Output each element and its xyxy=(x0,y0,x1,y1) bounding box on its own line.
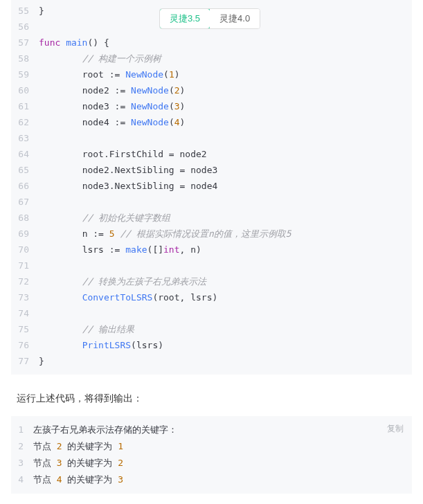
output-content: 节点 3 的关键字为 2 xyxy=(33,455,412,471)
tab-lingjie-3-5[interactable]: 灵捷3.5 xyxy=(159,8,210,29)
code-content: node2 := NewNode(2) xyxy=(39,82,412,98)
code-content: node2.NextSibling = node3 xyxy=(39,162,412,178)
output-line-number: 2 xyxy=(11,438,33,455)
output-content: 左孩子右兄弟表示法存储的关键字： xyxy=(33,422,412,438)
code-line: 65 node2.NextSibling = node3 xyxy=(11,162,412,178)
code-content: root.FirstChild = node2 xyxy=(39,146,412,162)
output-line: 1左孩子右兄弟表示法存储的关键字： xyxy=(11,422,412,438)
code-block: 55}56 57func main() {58 // 构建一个示例树59 roo… xyxy=(11,0,412,375)
line-number: 72 xyxy=(11,273,39,289)
code-content: root := NewNode(1) xyxy=(39,66,412,82)
code-content xyxy=(39,305,412,321)
line-number: 66 xyxy=(11,178,39,194)
code-line: 72 // 转换为左孩子右兄弟表示法 xyxy=(11,273,412,289)
code-line: 67 xyxy=(11,194,412,210)
line-number: 57 xyxy=(11,35,39,51)
line-number: 68 xyxy=(11,210,39,226)
line-number: 76 xyxy=(11,337,39,353)
line-number: 62 xyxy=(11,114,39,130)
code-line: 64 root.FirstChild = node2 xyxy=(11,146,412,162)
output-line: 4节点 4 的关键字为 3 xyxy=(11,471,412,488)
code-line: 68 // 初始化关键字数组 xyxy=(11,210,412,226)
code-line: 61 node3 := NewNode(3) xyxy=(11,98,412,114)
narrative-text: 运行上述代码，将得到输出： xyxy=(0,387,423,416)
code-line: 66 node3.NextSibling = node4 xyxy=(11,178,412,194)
line-number: 60 xyxy=(11,82,39,98)
code-line: 59 root := NewNode(1) xyxy=(11,66,412,82)
line-number: 58 xyxy=(11,51,39,66)
code-line: 73 ConvertToLSRS(root, lsrs) xyxy=(11,289,412,305)
line-number: 70 xyxy=(11,242,39,258)
output-content: 节点 2 的关键字为 1 xyxy=(33,438,412,455)
output-line-number: 1 xyxy=(11,422,33,438)
output-line: 3节点 3 的关键字为 2 xyxy=(11,455,412,471)
line-number: 74 xyxy=(11,305,39,321)
line-number: 61 xyxy=(11,98,39,114)
code-line: 74 xyxy=(11,305,412,321)
line-number: 75 xyxy=(11,321,39,337)
code-content: node3 := NewNode(3) xyxy=(39,98,412,114)
tab-lingjie-4-0[interactable]: 灵捷4.0 xyxy=(210,9,260,28)
code-content: lsrs := make([]int, n) xyxy=(39,242,412,258)
code-line: 58 // 构建一个示例树 xyxy=(11,51,412,66)
model-tabs: 灵捷3.5 灵捷4.0 xyxy=(159,8,260,29)
copy-button[interactable]: 复制 xyxy=(387,420,404,437)
code-line: 60 node2 := NewNode(2) xyxy=(11,82,412,98)
code-content xyxy=(39,258,412,273)
code-content: n := 5 // 根据实际情况设置n的值，这里示例取5 xyxy=(39,226,412,242)
output-line-number: 3 xyxy=(11,455,33,471)
code-content: func main() { xyxy=(39,35,412,51)
code-content: // 初始化关键字数组 xyxy=(39,210,412,226)
line-number: 65 xyxy=(11,162,39,178)
code-line: 75 // 输出结果 xyxy=(11,321,412,337)
code-line: 57func main() { xyxy=(11,35,412,51)
code-content: ConvertToLSRS(root, lsrs) xyxy=(39,289,412,305)
code-content: node3.NextSibling = node4 xyxy=(39,178,412,194)
code-line: 77} xyxy=(11,353,412,369)
code-content xyxy=(39,194,412,210)
code-content: // 转换为左孩子右兄弟表示法 xyxy=(39,273,412,289)
line-number: 63 xyxy=(11,130,39,146)
code-content: PrintLSRS(lsrs) xyxy=(39,337,412,353)
code-line: 63 xyxy=(11,130,412,146)
output-line: 2节点 2 的关键字为 1 xyxy=(11,438,412,455)
code-content: // 输出结果 xyxy=(39,321,412,337)
output-line-number: 4 xyxy=(11,471,33,488)
code-content: } xyxy=(39,353,412,369)
code-content xyxy=(39,130,412,146)
line-number: 71 xyxy=(11,258,39,273)
code-content: // 构建一个示例树 xyxy=(39,51,412,66)
line-number: 55 xyxy=(11,3,39,19)
output-content: 节点 4 的关键字为 3 xyxy=(33,471,412,488)
line-number: 59 xyxy=(11,66,39,82)
line-number: 67 xyxy=(11,194,39,210)
output-block: 复制 1左孩子右兄弟表示法存储的关键字：2节点 2 的关键字为 13节点 3 的… xyxy=(11,416,412,494)
line-number: 73 xyxy=(11,289,39,305)
code-line: 71 xyxy=(11,258,412,273)
code-line: 76 PrintLSRS(lsrs) xyxy=(11,337,412,353)
code-line: 62 node4 := NewNode(4) xyxy=(11,114,412,130)
code-content: node4 := NewNode(4) xyxy=(39,114,412,130)
line-number: 77 xyxy=(11,353,39,369)
line-number: 69 xyxy=(11,226,39,242)
line-number: 64 xyxy=(11,146,39,162)
code-line: 70 lsrs := make([]int, n) xyxy=(11,242,412,258)
line-number: 56 xyxy=(11,19,39,35)
code-line: 69 n := 5 // 根据实际情况设置n的值，这里示例取5 xyxy=(11,226,412,242)
